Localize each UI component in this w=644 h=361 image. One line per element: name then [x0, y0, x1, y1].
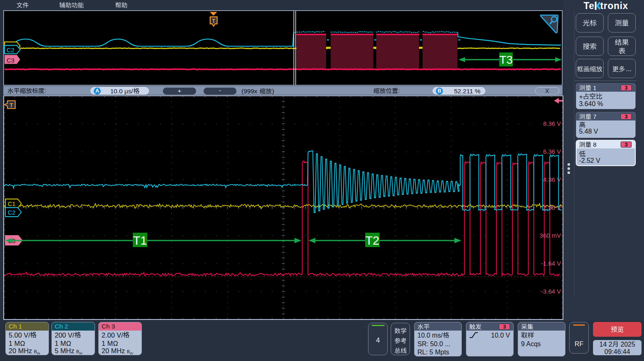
svg-text:C2: C2 — [8, 209, 16, 216]
svg-text:C1: C1 — [8, 201, 16, 207]
svg-text:360 mV: 360 mV — [540, 232, 561, 239]
svg-text:C2: C2 — [7, 46, 14, 53]
svg-text:8.36 V: 8.36 V — [543, 120, 561, 127]
svg-text:C3: C3 — [7, 57, 14, 64]
svg-text:T1: T1 — [133, 234, 147, 247]
svg-text:T: T — [212, 18, 215, 24]
svg-text:-3.64 V: -3.64 V — [541, 288, 561, 295]
svg-text:T2: T2 — [366, 234, 380, 247]
svg-text:-1.64 V: -1.64 V — [541, 260, 561, 267]
svg-text:4.36 V: 4.36 V — [543, 176, 561, 183]
svg-text:2.36 V: 2.36 V — [543, 204, 561, 211]
svg-text:T3: T3 — [499, 53, 513, 66]
svg-text:6.36 V: 6.36 V — [543, 148, 561, 155]
svg-text:T: T — [9, 102, 13, 109]
